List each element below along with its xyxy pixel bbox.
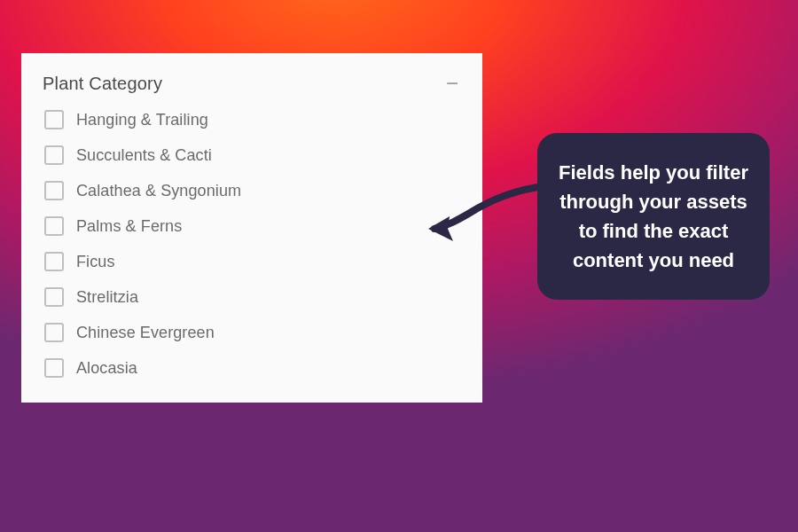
filter-option[interactable]: Calathea & Syngonium — [44, 181, 461, 200]
checkbox[interactable] — [44, 216, 64, 236]
filter-option[interactable]: Succulents & Cacti — [44, 145, 461, 165]
filter-option[interactable]: Ficus — [44, 252, 461, 271]
filter-header: Plant Category − — [43, 73, 461, 94]
checkbox[interactable] — [44, 323, 64, 342]
checkbox[interactable] — [44, 145, 64, 165]
checkbox[interactable] — [44, 181, 64, 200]
callout-text: Fields help you filter through your asse… — [559, 161, 748, 271]
checkbox[interactable] — [44, 287, 64, 307]
checkbox[interactable] — [44, 252, 64, 271]
checkbox[interactable] — [44, 110, 64, 129]
option-label: Strelitzia — [76, 288, 138, 307]
filter-panel: Plant Category − Hanging & Trailing Succ… — [21, 53, 482, 403]
filter-option[interactable]: Hanging & Trailing — [44, 110, 461, 129]
option-label: Palms & Ferns — [76, 217, 182, 236]
filter-title: Plant Category — [43, 74, 162, 94]
option-label: Chinese Evergreen — [76, 324, 215, 342]
option-label: Succulents & Cacti — [76, 146, 212, 165]
callout-tooltip: Fields help you filter through your asse… — [537, 133, 770, 300]
collapse-icon[interactable]: − — [443, 73, 461, 94]
filter-option[interactable]: Strelitzia — [44, 287, 461, 307]
filter-option[interactable]: Chinese Evergreen — [44, 323, 461, 342]
option-label: Hanging & Trailing — [76, 111, 208, 129]
filter-option[interactable]: Palms & Ferns — [44, 216, 461, 236]
option-label: Calathea & Syngonium — [76, 182, 241, 200]
checkbox[interactable] — [44, 358, 64, 378]
option-label: Alocasia — [76, 359, 137, 378]
option-label: Ficus — [76, 253, 115, 271]
filter-options: Hanging & Trailing Succulents & Cacti Ca… — [43, 110, 461, 378]
filter-option[interactable]: Alocasia — [44, 358, 461, 378]
